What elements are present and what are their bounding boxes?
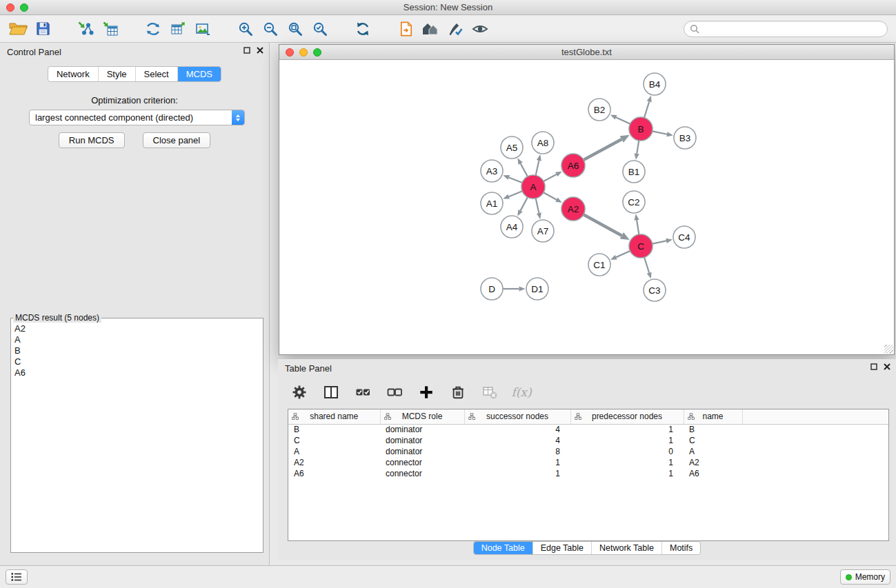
graph-node-A2[interactable]: A2 (561, 197, 585, 221)
table-tab-network-table[interactable]: Network Table (592, 542, 662, 554)
apply-layout-button[interactable] (141, 18, 166, 40)
graph-node-B4[interactable]: B4 (644, 73, 666, 95)
refresh-view-button[interactable] (350, 18, 375, 40)
graph-node-A5[interactable]: A5 (501, 136, 523, 159)
graph-edge-A6-B[interactable] (584, 135, 630, 160)
delete-column-button[interactable] (448, 382, 468, 403)
column-header-predecessor-nodes[interactable]: predecessor nodes (570, 409, 684, 424)
graph-edge-B-B4[interactable] (644, 96, 652, 118)
close-panel-icon[interactable] (257, 47, 263, 54)
graph-node-C1[interactable]: C1 (588, 254, 610, 276)
table-cell[interactable]: 1 (570, 435, 684, 446)
apply-style-button[interactable] (443, 18, 468, 40)
function-builder-button[interactable]: f(x) (511, 382, 532, 403)
table-cell[interactable]: 4 (464, 435, 570, 446)
graph-node-A4[interactable]: A4 (501, 216, 523, 238)
graph-edge-A-A5[interactable] (517, 158, 528, 176)
graph-edge-A-A1[interactable] (503, 191, 522, 199)
graph-node-A1[interactable]: A1 (481, 192, 503, 214)
table-cell[interactable]: A6 (288, 468, 380, 479)
graph-node-A8[interactable]: A8 (532, 132, 554, 154)
graph-edge-C-C4[interactable] (653, 239, 673, 244)
close-window-button[interactable] (6, 3, 14, 12)
table-cell[interactable]: 1 (464, 468, 570, 479)
mcds-result-item[interactable]: B (14, 345, 261, 356)
network-minimize-button[interactable] (299, 48, 308, 57)
graph-node-D[interactable]: D (481, 278, 503, 300)
float-panel-icon[interactable] (243, 47, 250, 54)
graph-node-C2[interactable]: C2 (623, 191, 645, 213)
show-details-button[interactable] (468, 18, 492, 40)
network-zoom-button[interactable] (313, 48, 321, 57)
control-tab-network[interactable]: Network (48, 67, 99, 81)
control-tab-select[interactable]: Select (136, 67, 178, 81)
table-cell[interactable]: dominator (380, 424, 464, 435)
graph-node-A3[interactable]: A3 (481, 160, 503, 182)
float-table-panel-icon[interactable] (870, 363, 877, 370)
import-network-button[interactable] (73, 18, 98, 40)
control-tab-style[interactable]: Style (99, 67, 136, 81)
table-cell[interactable]: dominator (380, 446, 464, 457)
mcds-result-item[interactable]: A6 (14, 367, 261, 378)
graph-node-C3[interactable]: C3 (644, 279, 666, 301)
network-file-button[interactable] (393, 18, 418, 40)
table-cell[interactable]: 1 (570, 424, 684, 435)
graph-edge-A-A2[interactable] (544, 192, 562, 203)
network-window-titlebar[interactable]: testGlobe.txt (279, 45, 894, 60)
table-tab-edge-table[interactable]: Edge Table (533, 542, 592, 554)
open-session-button[interactable] (6, 18, 30, 40)
graph-edge-B-B1[interactable] (635, 141, 639, 160)
table-cell[interactable]: 1 (570, 468, 684, 479)
search-input[interactable] (703, 24, 882, 34)
graph-edge-A-A4[interactable] (517, 197, 528, 216)
table-row[interactable]: Cdominator41C (288, 435, 888, 446)
column-header-MCDS-role[interactable]: MCDS role (380, 409, 464, 424)
graph-node-B1[interactable]: B1 (623, 161, 645, 183)
export-image-button[interactable] (190, 18, 215, 40)
graph-edge-C-C2[interactable] (635, 214, 639, 234)
graph-edge-B-B2[interactable] (610, 114, 630, 123)
save-session-button[interactable] (30, 18, 55, 40)
column-header-shared-name[interactable]: shared name (288, 409, 380, 424)
graph-node-A7[interactable]: A7 (532, 220, 554, 242)
search-box[interactable] (684, 21, 888, 37)
table-cell[interactable]: connector (380, 457, 464, 468)
table-tab-motifs[interactable]: Motifs (662, 542, 700, 554)
graph-node-A6[interactable]: A6 (561, 154, 585, 177)
column-header-successor-nodes[interactable]: successor nodes (464, 409, 570, 424)
table-cell[interactable]: 4 (464, 424, 570, 435)
table-cell[interactable]: connector (380, 468, 464, 479)
graph-edge-A-A7[interactable] (536, 199, 541, 219)
home-view-button[interactable] (418, 18, 443, 40)
app-titlebar[interactable]: Session: New Session (0, 0, 896, 15)
table-cell[interactable]: A (684, 446, 742, 457)
graph-edge-A-A8[interactable] (536, 154, 541, 175)
memory-button[interactable]: Memory (840, 569, 890, 585)
graph-node-C[interactable]: C (629, 234, 653, 258)
zoom-in-button[interactable] (233, 18, 258, 40)
table-cell[interactable]: A2 (684, 457, 742, 468)
mcds-result-item[interactable]: A (14, 334, 261, 345)
optimization-criterion-select[interactable]: largest connected component (directed) (29, 110, 245, 125)
graph-node-A[interactable]: A (521, 175, 545, 199)
import-table-button[interactable] (98, 18, 123, 40)
table-cell[interactable]: B (288, 424, 380, 435)
export-table-button[interactable] (166, 18, 190, 40)
table-cell[interactable]: C (288, 435, 380, 446)
add-column-button[interactable] (416, 382, 437, 403)
table-row[interactable]: A2connector11A2 (288, 457, 888, 468)
show-columns-button[interactable] (321, 382, 341, 403)
zoom-window-button[interactable] (20, 3, 28, 12)
deselect-all-button[interactable] (384, 382, 405, 403)
graph-node-D1[interactable]: D1 (526, 278, 548, 300)
close-table-panel-icon[interactable] (884, 363, 890, 370)
table-cell[interactable]: 0 (570, 446, 684, 457)
show-panels-button[interactable] (6, 569, 28, 585)
column-header-name[interactable]: name (684, 409, 742, 424)
zoom-selected-button[interactable] (308, 18, 332, 40)
table-cell[interactable]: 8 (464, 446, 570, 457)
mcds-result-item[interactable]: A2 (14, 323, 261, 334)
mcds-result-item[interactable]: C (14, 356, 261, 367)
graph-node-C4[interactable]: C4 (673, 226, 695, 248)
run-mcds-button[interactable]: Run MCDS (59, 132, 125, 148)
